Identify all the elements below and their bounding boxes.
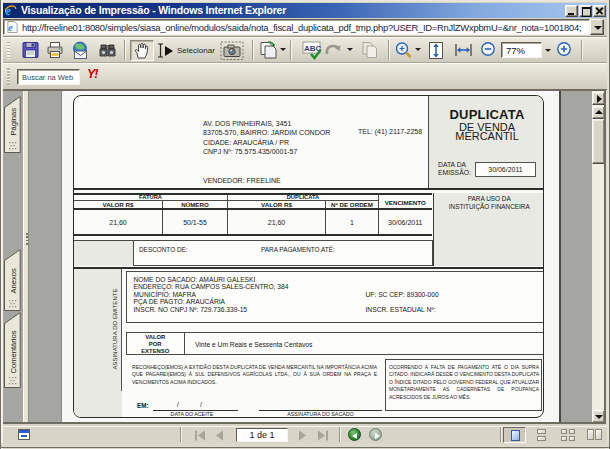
undo-dropdown-arrow[interactable] bbox=[347, 48, 353, 51]
sacado-inscr-estadual: INSCR. ESTADUAL Nº: bbox=[366, 306, 436, 313]
extenso-label-box: VALOR POR EXTENSO bbox=[126, 332, 186, 356]
zoom-level-combo[interactable]: 77% bbox=[501, 42, 542, 58]
emitente-address: AV. DOS PINHEIRAIS, 3451 83705-570, BAIR… bbox=[203, 119, 330, 156]
next-page-button[interactable] bbox=[294, 430, 311, 441]
sidebar-splitter[interactable] bbox=[23, 91, 29, 424]
form-divider bbox=[74, 267, 544, 269]
toolbar-grip[interactable] bbox=[7, 68, 10, 85]
continuous-icon bbox=[537, 429, 546, 435]
yahoo-logo[interactable]: Y! bbox=[87, 67, 98, 81]
previous-view-button[interactable] bbox=[348, 428, 361, 441]
extenso-value-box: Vinte e Um Reais e Sessenta Centavos bbox=[185, 332, 544, 356]
pdf-page: AV. DOS PINHEIRAIS, 3451 83705-570, BAIR… bbox=[61, 91, 561, 424]
select-tool-label: Selecionar bbox=[177, 46, 215, 55]
zoom-dropdown-arrow[interactable] bbox=[415, 48, 421, 51]
address-field[interactable]: e http://freeline01:8080/simples/siasa_o… bbox=[3, 19, 590, 35]
bank-use-box: PARA USO DA INSTITUIÇÃO FINANCEIRA bbox=[433, 193, 545, 266]
sacado-box: NOME DO SACADO: AMAURI GALESKI ENDEREÇO:… bbox=[126, 271, 545, 323]
minimize-button[interactable] bbox=[565, 5, 578, 17]
email-icon[interactable] bbox=[70, 41, 90, 60]
copy-icon bbox=[360, 41, 380, 60]
svg-text:e: e bbox=[8, 22, 13, 33]
sacado-endereco: ENDEREÇO: RUA CAMPOS SALES-CENTRO, 384 bbox=[134, 283, 289, 290]
vendor-name: VENDEDOR: FREELINE bbox=[203, 177, 281, 184]
first-page-button[interactable] bbox=[191, 430, 208, 441]
fatura-valor-value: 21,60 bbox=[74, 210, 163, 234]
aceite-date-slash: / bbox=[200, 401, 202, 408]
aceite-date-slash: / bbox=[177, 401, 179, 408]
export-dropdown-arrow[interactable] bbox=[280, 48, 286, 51]
aceite-date-label: DATA DO ACEITE bbox=[162, 411, 222, 417]
spellcheck-abc-icon[interactable]: ABC bbox=[302, 41, 322, 60]
facing-icon bbox=[587, 429, 594, 440]
continuous-facing-icon bbox=[561, 436, 568, 442]
sacado-municipio: MUNICÍPIO: MAFRA bbox=[134, 291, 196, 298]
sacado-inscr-cnpj: INSCR. NO CNPJ Nº: 729.736.339-15 bbox=[134, 306, 248, 313]
browser-window: e Visualização de Impressão - Windows In… bbox=[0, 0, 610, 449]
continuous-layout-button[interactable] bbox=[530, 427, 554, 443]
table-header-vencimento: VENCIMENTO bbox=[379, 197, 432, 209]
sidebar-tab-comentarios[interactable]: Comentários bbox=[4, 312, 21, 388]
scroll-up-button[interactable] bbox=[592, 106, 605, 119]
close-button[interactable] bbox=[593, 5, 606, 17]
page-counter[interactable]: 1 de 1 bbox=[236, 428, 288, 442]
sidebar-tab-anexos[interactable]: Anexos bbox=[4, 249, 21, 311]
sidebar-tab-anexos-label: Anexos bbox=[9, 268, 18, 294]
vertical-scrollbar bbox=[592, 91, 606, 424]
toolbar-grip[interactable] bbox=[7, 42, 10, 59]
snapshot-camera-icon[interactable] bbox=[220, 41, 244, 61]
last-page-button[interactable] bbox=[315, 430, 332, 441]
zoom-tool-icon[interactable] bbox=[394, 41, 414, 61]
extenso-label: VALOR POR EXTENSO bbox=[141, 334, 169, 354]
continuous-facing-layout-button[interactable] bbox=[556, 427, 581, 443]
web-search-placeholder: Buscar na Web bbox=[22, 73, 73, 82]
desconto-gray-cell bbox=[74, 240, 134, 266]
next-view-button[interactable] bbox=[369, 428, 382, 441]
continuous-facing-icon bbox=[569, 429, 576, 435]
table-border bbox=[74, 234, 432, 236]
emitente-phone: TEL: (41) 2117-2258 bbox=[358, 128, 422, 135]
zoom-out-icon[interactable] bbox=[480, 41, 496, 57]
sacado-uf-cep: UF: SC CEP: 89300-000 bbox=[366, 291, 439, 298]
title-bar[interactable]: e Visualização de Impressão - Windows In… bbox=[3, 3, 607, 18]
pane-expand-button[interactable] bbox=[592, 92, 605, 105]
web-search-input[interactable]: Buscar na Web bbox=[17, 69, 80, 85]
splitter-grip bbox=[26, 233, 29, 247]
scrollbar-thumb[interactable] bbox=[592, 119, 605, 164]
duplicata-form: AV. DOS PINHEIRAIS, 3451 83705-570, BAIR… bbox=[73, 95, 544, 418]
address-dropdown-button[interactable] bbox=[590, 19, 604, 35]
hand-tool-button[interactable] bbox=[130, 40, 154, 61]
search-binoculars-icon[interactable] bbox=[98, 41, 117, 59]
scroll-down-button[interactable] bbox=[592, 410, 605, 423]
desconto-box: DESCONTO DE: PARA PAGAMENTO ATÉ: bbox=[134, 240, 433, 266]
undo-icon[interactable] bbox=[323, 41, 343, 59]
emission-date-box: 30/06/2011 bbox=[475, 162, 536, 178]
window-title: Visualização de Impressão - Windows Inte… bbox=[21, 4, 286, 16]
save-icon[interactable] bbox=[22, 41, 39, 59]
facing-layout-button[interactable] bbox=[582, 427, 606, 443]
export-pages-icon[interactable] bbox=[259, 41, 278, 60]
fit-page-icon[interactable] bbox=[427, 41, 445, 60]
single-page-layout-button[interactable] bbox=[503, 427, 526, 443]
fit-width-icon[interactable] bbox=[454, 41, 473, 59]
pdf-toolbar: Selecionar ABC bbox=[3, 37, 607, 63]
maximize-button[interactable] bbox=[579, 5, 592, 17]
zoom-in-icon[interactable] bbox=[556, 41, 572, 57]
toolbar-separator bbox=[290, 40, 291, 60]
select-tool-button[interactable]: Selecionar bbox=[155, 40, 219, 61]
facing-icon bbox=[595, 429, 602, 440]
status-menu-icon[interactable] bbox=[18, 429, 30, 440]
status-bar: 1 de 1 bbox=[3, 426, 607, 443]
emission-date-label: DATA DA EMISSÃO: bbox=[438, 161, 471, 177]
sidebar-tab-paginas[interactable]: Páginas bbox=[4, 96, 21, 153]
table-header-ordem: Nº DE ORDEM bbox=[326, 201, 379, 208]
zoom-combo-dropdown-arrow[interactable] bbox=[545, 49, 551, 52]
sacado-signature-label: ASSINATURA DO SACADO bbox=[259, 411, 382, 417]
sacado-praca: PÇA DE PAGTO: ARAUCÁRIA bbox=[134, 298, 226, 305]
continuous-icon bbox=[537, 436, 546, 442]
vencimento-value: 30/06/2011 bbox=[379, 210, 432, 234]
print-icon[interactable] bbox=[46, 41, 64, 59]
toolbar-separator bbox=[581, 40, 582, 60]
search-toolbar: Buscar na Web Y! bbox=[3, 63, 607, 90]
previous-page-button[interactable] bbox=[211, 430, 228, 441]
